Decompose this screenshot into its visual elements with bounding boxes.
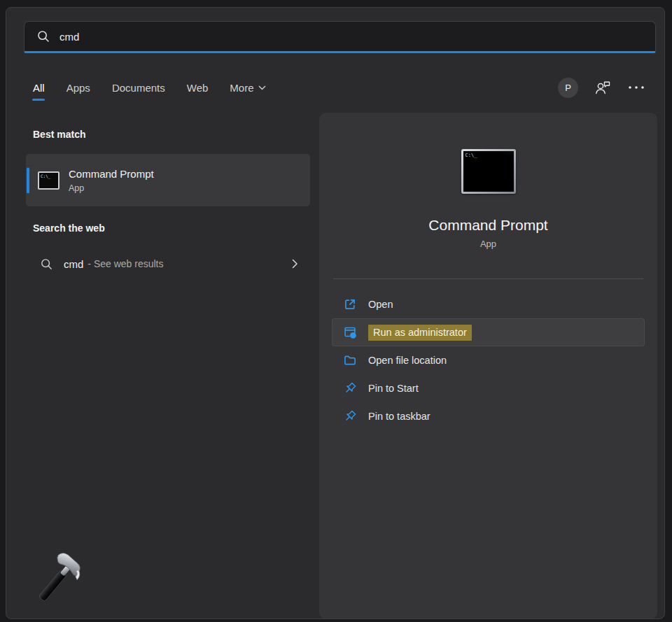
action-list: Open Run as administrator Open file loca… [319,290,657,430]
open-external-icon [343,297,357,311]
hammer-cursor-icon [30,550,90,610]
search-window: All Apps Documents Web More P Best ma [6,7,665,619]
action-open[interactable]: Open [332,290,645,318]
command-prompt-icon-text: C:\_ [41,174,50,178]
tab-more-label: More [230,82,253,94]
best-match-header: Best match [33,129,85,140]
preview-panel: C:\_ Command Prompt App Open Run as admi… [319,113,657,619]
command-prompt-icon: C:\_ [461,149,516,194]
windows-search-flyout: { "search": { "value": "cmd", "icon": "s… [0,0,672,622]
filter-tabs: All Apps Documents Web More P [33,76,649,99]
web-query-text: cmd [64,258,83,270]
tab-more[interactable]: More [230,82,265,94]
chevron-right-icon[interactable] [289,258,300,269]
tab-all[interactable]: All [33,82,45,94]
action-label: Pin to Start [368,383,419,394]
command-prompt-icon: C:\_ [38,171,59,190]
web-suffix-text: - See web results [88,258,163,269]
feedback-icon[interactable] [594,80,612,95]
pin-icon [343,409,357,423]
tab-web-label: Web [187,82,209,94]
selection-accent-bar [27,167,29,193]
action-label-highlighted: Run as administrator [368,325,472,341]
tab-all-label: All [33,82,45,94]
action-run-as-administrator[interactable]: Run as administrator [332,318,645,346]
folder-icon [343,353,357,367]
result-type: App [69,183,154,193]
tab-apps[interactable]: Apps [66,82,90,94]
action-label: Open [368,299,393,310]
divider [333,278,643,279]
tab-apps-label: Apps [66,82,90,94]
best-match-text: Command Prompt App [69,168,154,193]
search-icon [36,29,50,43]
preview-title: Command Prompt [319,217,657,234]
tab-web[interactable]: Web [187,82,209,94]
tab-documents-label: Documents [112,82,165,94]
pin-icon [343,381,357,395]
best-match-result[interactable]: C:\_ Command Prompt App [26,154,310,206]
search-box[interactable] [24,21,656,53]
command-prompt-icon-screen: C:\_ [463,151,514,192]
active-tab-indicator [32,99,45,101]
search-input[interactable] [59,31,655,43]
run-as-admin-icon [343,325,357,339]
action-open-file-location[interactable]: Open file location [332,346,645,374]
web-search-result[interactable]: cmd - See web results [26,248,310,279]
action-pin-to-start[interactable]: Pin to Start [332,374,645,402]
more-options-icon[interactable] [628,85,645,90]
avatar-letter: P [565,83,571,93]
tab-documents[interactable]: Documents [112,82,165,94]
search-icon [40,257,53,271]
preview-type: App [319,239,657,249]
command-prompt-icon-text: C:\_ [465,153,477,158]
chevron-down-icon [258,85,266,90]
action-label: Pin to taskbar [368,411,430,422]
action-label: Open file location [368,355,447,366]
result-title: Command Prompt [69,168,154,180]
action-pin-to-taskbar[interactable]: Pin to taskbar [332,402,645,430]
user-avatar[interactable]: P [558,78,578,98]
search-web-header: Search the web [33,222,105,234]
